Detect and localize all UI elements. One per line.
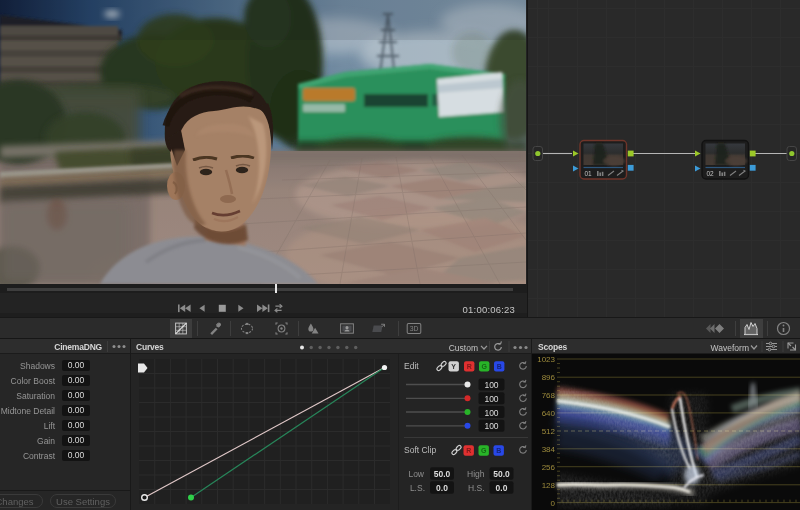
svg-text:R: R — [466, 447, 471, 454]
svg-text:H.S.: H.S. — [468, 483, 485, 493]
svg-text:256: 256 — [542, 463, 556, 472]
svg-text:Low: Low — [408, 469, 424, 479]
svg-text:50.0: 50.0 — [493, 469, 510, 479]
svg-text:L.S.: L.S. — [410, 483, 425, 493]
svg-text:Edit: Edit — [404, 361, 419, 371]
svg-text:128: 128 — [542, 481, 556, 490]
svg-text:768: 768 — [542, 391, 556, 400]
svg-text:384: 384 — [542, 445, 556, 454]
svg-text:Soft Clip: Soft Clip — [404, 445, 436, 455]
svg-text:100: 100 — [484, 421, 498, 431]
svg-text:0.0: 0.0 — [436, 483, 448, 493]
svg-text:G: G — [481, 447, 487, 454]
svg-text:Waveform: Waveform — [711, 343, 749, 353]
svg-text:R: R — [467, 363, 472, 370]
svg-text:G: G — [481, 363, 487, 370]
svg-text:High: High — [467, 469, 485, 479]
svg-text:Custom: Custom — [449, 343, 478, 353]
svg-text:02: 02 — [707, 170, 715, 177]
svg-text:Y: Y — [451, 363, 456, 370]
svg-text:50.0: 50.0 — [434, 469, 451, 479]
svg-text:896: 896 — [542, 373, 556, 382]
svg-text:B: B — [496, 447, 501, 454]
svg-text:100: 100 — [484, 408, 498, 418]
svg-text:0.0: 0.0 — [496, 483, 508, 493]
svg-text:512: 512 — [542, 427, 556, 436]
svg-text:01: 01 — [585, 170, 593, 177]
svg-text:B: B — [497, 363, 502, 370]
svg-text:1023: 1023 — [537, 355, 555, 364]
svg-text:100: 100 — [484, 394, 498, 404]
svg-text:3D: 3D — [410, 325, 419, 332]
svg-text:640: 640 — [542, 409, 556, 418]
svg-text:0: 0 — [551, 499, 556, 508]
svg-text:100: 100 — [484, 380, 498, 390]
